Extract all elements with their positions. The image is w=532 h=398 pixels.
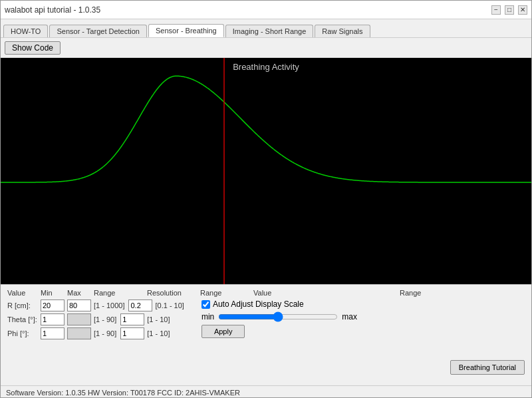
theta-min-input[interactable]: [41, 313, 65, 325]
r-resolution-input[interactable]: [128, 299, 152, 311]
auto-adjust-checkbox[interactable]: [201, 300, 210, 309]
tab-raw-signals[interactable]: Raw Signals: [315, 25, 370, 37]
theta-label: Theta [°]:: [7, 315, 41, 323]
slider-row: min max: [201, 311, 525, 322]
main-content: Breathing Activity Value Min Max Range R…: [1, 58, 531, 398]
tab-howto[interactable]: HOW-TO: [3, 25, 48, 37]
tab-bar: HOW-TO Sensor - Target Detection Sensor …: [1, 19, 531, 38]
tab-breathing[interactable]: Sensor - Breathing: [148, 24, 224, 37]
controls-area: Value Min Max Range Resolution Range Val…: [1, 284, 531, 344]
phi-row: Phi [°]: [1 - 90] [1 - 10]: [7, 327, 188, 339]
theta-resolution-input[interactable]: [120, 313, 144, 325]
r-range2: [0.1 - 10]: [155, 301, 184, 309]
header-range3: Range: [400, 289, 479, 297]
chart-title: Breathing Activity: [233, 62, 299, 72]
status-text: Software Version: 1.0.35 HW Version: T00…: [6, 389, 240, 397]
phi-range1: [1 - 90]: [94, 329, 116, 337]
r-label: R [cm]:: [7, 301, 41, 309]
header-range2: Range: [200, 289, 240, 297]
phi-resolution-input[interactable]: [120, 327, 144, 339]
header-value2: Value: [253, 289, 400, 297]
show-code-button[interactable]: Show Code: [5, 41, 61, 55]
slider-max-label: max: [342, 312, 357, 321]
toolbar: Show Code: [1, 38, 531, 58]
header-max: Max: [67, 289, 94, 297]
r-min-input[interactable]: [41, 299, 65, 311]
tab-target-detection[interactable]: Sensor - Target Detection: [49, 25, 147, 37]
auto-adjust-label: Auto Adjust Display Scale: [213, 299, 304, 309]
chart-area: Breathing Activity: [1, 58, 531, 284]
auto-adjust-row: Auto Adjust Display Scale: [201, 299, 525, 309]
minimize-button[interactable]: −: [491, 5, 501, 15]
controls-header: Value Min Max Range Resolution Range Val…: [7, 289, 525, 297]
controls-body: R [cm]: [1 - 1000] [0.1 - 10] Theta [°]:…: [7, 299, 525, 341]
r-max-input[interactable]: [67, 299, 91, 311]
phi-min-input[interactable]: [41, 327, 65, 339]
phi-range2: [1 - 10]: [147, 329, 170, 337]
theta-row: Theta [°]: [1 - 90] [1 - 10]: [7, 313, 188, 325]
maximize-button[interactable]: □: [505, 5, 514, 15]
r-row: R [cm]: [1 - 1000] [0.1 - 10]: [7, 299, 188, 311]
slider-min-label: min: [201, 312, 214, 321]
right-controls: Auto Adjust Display Scale min max Apply: [195, 299, 525, 341]
phi-max-input[interactable]: [67, 327, 91, 339]
window-controls: − □ ✕: [491, 5, 527, 15]
header-value: Value: [7, 289, 41, 297]
status-bar: Software Version: 1.0.35 HW Version: T00…: [1, 385, 531, 398]
header-resolution: Resolution: [147, 289, 200, 297]
theta-range2: [1 - 10]: [147, 315, 170, 323]
header-range1: Range: [94, 289, 147, 297]
tab-imaging[interactable]: Imaging - Short Range: [225, 25, 314, 37]
left-controls: R [cm]: [1 - 1000] [0.1 - 10] Theta [°]:…: [7, 299, 188, 341]
r-range1: [1 - 1000]: [94, 301, 124, 309]
theta-range1: [1 - 90]: [94, 315, 116, 323]
close-button[interactable]: ✕: [518, 5, 527, 15]
apply-button[interactable]: Apply: [201, 325, 245, 338]
window-title: walabot api tutorial - 1.0.35: [5, 5, 100, 15]
title-bar: walabot api tutorial - 1.0.35 − □ ✕: [1, 1, 531, 19]
theta-max-input[interactable]: [67, 313, 91, 325]
apply-row: Apply: [201, 325, 525, 338]
phi-label: Phi [°]:: [7, 329, 41, 337]
display-scale-slider[interactable]: [218, 311, 338, 322]
header-min: Min: [41, 289, 67, 297]
breathing-chart: [1, 58, 531, 284]
breathing-tutorial-button[interactable]: Breathing Tutorial: [450, 360, 525, 375]
